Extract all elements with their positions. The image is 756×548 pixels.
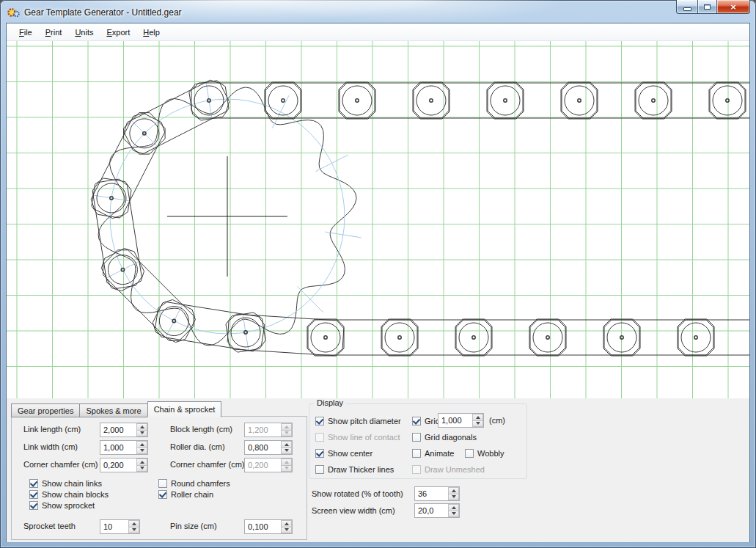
corner-chamfer2-label: Corner chamfer (cm) (170, 460, 244, 469)
bottom-panel: Gear properties Spokes & more Chain & sp… (7, 398, 749, 542)
app-window: Gear Template Generator - Untitled.gear … (0, 0, 756, 548)
app-icon (7, 7, 20, 18)
checkbox-box[interactable] (412, 449, 421, 458)
spin-down-icon[interactable] (128, 527, 139, 534)
grid-checkbox[interactable]: Grid (412, 416, 440, 426)
menu-print[interactable]: Print (39, 26, 69, 39)
tab-strip: Gear properties Spokes & more Chain & sp… (11, 401, 221, 417)
link-width-input[interactable]: 1,000 (100, 440, 148, 455)
chain-sprocket-drawing (7, 41, 749, 398)
window-controls: × (676, 0, 750, 14)
tab-spokes-more[interactable]: Spokes & more (79, 403, 147, 417)
screen-view-width-input[interactable]: 20,0 (414, 503, 460, 518)
spin-down-icon[interactable] (136, 447, 147, 455)
maximize-icon (704, 4, 711, 10)
title-bar[interactable]: Gear Template Generator - Untitled.gear … (0, 0, 756, 23)
show-line-of-contact-checkbox[interactable]: Show line of contact (315, 432, 400, 442)
close-icon: × (730, 1, 736, 13)
checkbox-box[interactable] (158, 479, 167, 488)
checkbox-box[interactable] (412, 417, 421, 425)
checkbox-box[interactable] (315, 417, 324, 425)
menu-help[interactable]: Help (136, 26, 166, 39)
grid-size-input[interactable]: 1,000 (438, 413, 484, 428)
roller-dia-input[interactable]: 0,800 (244, 440, 293, 455)
spin-down-icon[interactable] (281, 527, 292, 534)
client-area: File Print Units Export Help Gear proper… (6, 23, 750, 542)
checkbox-box[interactable] (29, 501, 38, 510)
draw-unmeshed-checkbox[interactable]: Draw Unmeshed (412, 464, 485, 475)
checkbox-box[interactable] (29, 479, 38, 488)
menu-bar: File Print Units Export Help (7, 23, 749, 41)
tab-gear-properties[interactable]: Gear properties (11, 403, 80, 417)
spin-down-icon[interactable] (448, 494, 459, 501)
menu-file[interactable]: File (12, 26, 39, 39)
checkbox-box[interactable] (412, 433, 421, 442)
link-length-input[interactable]: 2,000 (100, 423, 148, 437)
block-length-label: Block length (cm) (170, 425, 232, 434)
chain-sprocket-page: Link length (cm) 2,000 Block length (cm)… (11, 416, 307, 540)
drawing-canvas[interactable] (7, 41, 749, 398)
sprocket-teeth-label: Sprocket teeth (23, 522, 76, 530)
spin-down-icon[interactable] (281, 447, 292, 455)
maximize-button[interactable] (697, 0, 717, 14)
spin-down-icon[interactable] (136, 465, 147, 472)
show-rotated-label: Show rotated (% of tooth) (312, 489, 403, 498)
show-pitch-diameter-checkbox[interactable]: Show pitch diameter (315, 416, 401, 426)
link-length-label: Link length (cm) (23, 425, 81, 434)
spin-down-icon[interactable] (136, 430, 147, 437)
show-chain-blocks-checkbox[interactable]: Show chain blocks (29, 489, 109, 500)
minimize-button[interactable] (676, 0, 697, 14)
display-group-title: Display (314, 398, 346, 407)
roller-chain-checkbox[interactable]: Roller chain (158, 489, 213, 500)
checkbox-box[interactable] (412, 465, 421, 474)
tab-chain-sprocket[interactable]: Chain & sprocket (147, 401, 222, 417)
show-rotated-input[interactable]: 36 (414, 486, 460, 501)
spin-down-icon[interactable] (281, 465, 292, 472)
display-group: Display Show pitch diameter Show line of… (309, 403, 527, 479)
grid-diagonals-checkbox[interactable]: Grid diagonals (412, 432, 477, 442)
block-length-input[interactable]: 1,200 (244, 423, 293, 437)
draw-thicker-lines-checkbox[interactable]: Draw Thicker lines (315, 464, 394, 475)
close-button[interactable]: × (717, 0, 750, 14)
corner-chamfer-label: Corner chamfer (cm) (23, 460, 98, 469)
corner-chamfer2-input[interactable]: 0,200 (244, 458, 293, 472)
checkbox-box[interactable] (158, 490, 167, 499)
minimize-icon (683, 7, 691, 11)
menu-export[interactable]: Export (100, 26, 136, 39)
pin-size-label: Pin size (cm) (170, 522, 217, 530)
animate-checkbox[interactable]: Animate (412, 448, 454, 459)
show-chain-links-checkbox[interactable]: Show chain links (29, 478, 102, 489)
wobbly-checkbox[interactable]: Wobbly (465, 448, 504, 459)
checkbox-box[interactable] (465, 449, 474, 458)
spin-down-icon[interactable] (472, 420, 483, 428)
roller-dia-label: Roller dia. (cm) (170, 442, 225, 451)
link-width-label: Link width (cm) (23, 442, 78, 451)
sprocket-teeth-input[interactable]: 10 (100, 519, 140, 534)
window-title: Gear Template Generator - Untitled.gear (24, 7, 182, 18)
corner-chamfer-input[interactable]: 0,200 (100, 458, 148, 472)
menu-units[interactable]: Units (68, 26, 100, 39)
round-chamfers-checkbox[interactable]: Round chamfers (158, 478, 230, 489)
pin-size-input[interactable]: 0,100 (244, 519, 293, 534)
checkbox-box[interactable] (315, 465, 324, 474)
checkbox-box[interactable] (315, 433, 324, 442)
checkbox-box[interactable] (315, 449, 324, 458)
checkbox-box[interactable] (29, 490, 38, 499)
spin-down-icon[interactable] (448, 511, 459, 518)
screen-view-width-label: Screen view width (cm) (312, 506, 395, 515)
show-sprocket-checkbox[interactable]: Show sprocket (29, 500, 95, 511)
spin-down-icon[interactable] (281, 430, 292, 437)
grid-unit-label: (cm) (489, 416, 505, 425)
show-center-checkbox[interactable]: Show center (315, 448, 373, 459)
